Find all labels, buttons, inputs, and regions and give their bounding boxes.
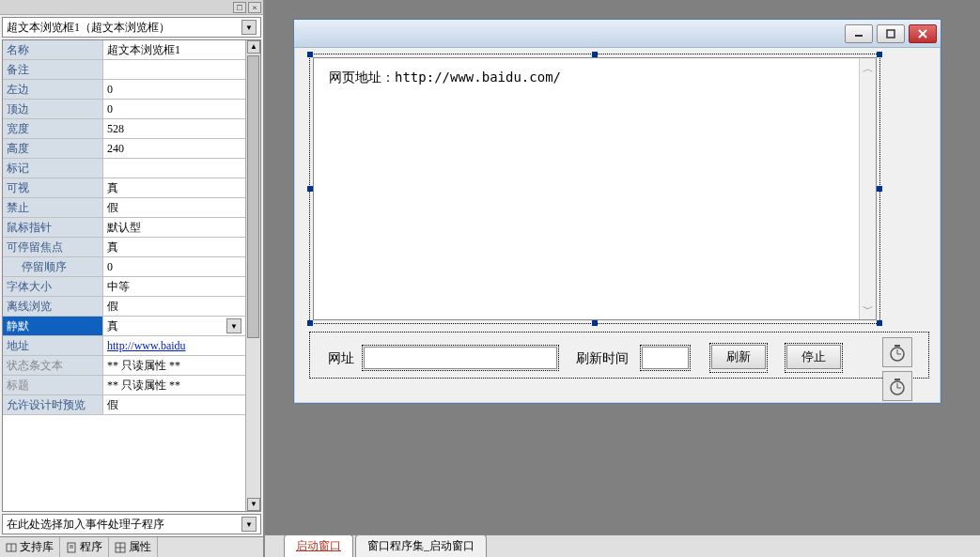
property-panel: □ × 超文本浏览框1（超文本浏览框） ▼ 名称超文本浏览框1备注左边0顶边0宽… bbox=[0, 0, 265, 557]
property-value[interactable]: http://www.baidu bbox=[103, 336, 245, 355]
tab-support-library[interactable]: 支持库 bbox=[0, 537, 60, 557]
refresh-button[interactable]: 刷新 bbox=[711, 345, 766, 369]
property-value[interactable]: 528 bbox=[103, 119, 245, 138]
svg-rect-15 bbox=[894, 345, 900, 347]
property-label: 字体大小 bbox=[3, 277, 103, 296]
property-row[interactable]: 状态条文本** 只读属性 ** bbox=[3, 356, 245, 376]
tab-property[interactable]: 属性 bbox=[109, 537, 158, 557]
property-value[interactable]: 假 bbox=[103, 198, 245, 217]
chevron-down-icon[interactable]: ▼ bbox=[241, 20, 257, 35]
property-row[interactable]: 标题** 只读属性 ** bbox=[3, 376, 245, 395]
property-row[interactable]: 鼠标指针默认型 bbox=[3, 218, 245, 238]
property-value[interactable]: 假 bbox=[103, 395, 245, 414]
property-row[interactable]: 可视真 bbox=[3, 178, 245, 198]
property-label: 允许设计时预览 bbox=[3, 395, 103, 414]
property-value[interactable]: ** 只读属性 ** bbox=[103, 356, 245, 375]
scrollbar-vertical[interactable]: ▲ ▼ bbox=[245, 40, 260, 511]
property-label: 可视 bbox=[3, 178, 103, 197]
clock-icon bbox=[888, 343, 907, 362]
property-row[interactable]: 地址http://www.baidu bbox=[3, 336, 245, 356]
panel-toolbar: □ × bbox=[0, 0, 263, 15]
property-value[interactable]: 240 bbox=[103, 139, 245, 158]
scroll-up-icon[interactable]: ︿ bbox=[862, 62, 875, 75]
property-row[interactable]: 允许设计时预览假 bbox=[3, 395, 245, 415]
property-row[interactable]: 字体大小中等 bbox=[3, 277, 245, 297]
property-row[interactable]: 停留顺序0 bbox=[3, 257, 245, 277]
close-button[interactable] bbox=[909, 24, 937, 43]
property-row[interactable]: 备注 bbox=[3, 60, 245, 80]
property-label: 宽度 bbox=[3, 119, 103, 138]
property-row[interactable]: 标记 bbox=[3, 159, 245, 178]
object-selector-combo[interactable]: 超文本浏览框1（超文本浏览框） ▼ bbox=[2, 17, 261, 38]
resize-handle[interactable] bbox=[592, 320, 598, 326]
tab-startup-window[interactable]: 启动窗口 bbox=[284, 534, 353, 557]
browser-scrollbar[interactable]: ︿ ﹀ bbox=[859, 58, 876, 319]
property-value[interactable] bbox=[103, 159, 245, 178]
property-value[interactable]: 中等 bbox=[103, 277, 245, 296]
property-value[interactable]: 0 bbox=[103, 80, 245, 99]
refresh-time-label: 刷新时间 bbox=[576, 350, 629, 367]
property-label: 停留顺序 bbox=[3, 257, 103, 276]
property-row[interactable]: 静默真▼ bbox=[3, 317, 245, 336]
scroll-down-icon[interactable]: ▼ bbox=[247, 498, 260, 511]
property-value[interactable]: 0 bbox=[103, 257, 245, 276]
chevron-down-icon[interactable]: ▼ bbox=[241, 517, 257, 532]
property-row[interactable]: 高度240 bbox=[3, 139, 245, 159]
timer-control-2[interactable] bbox=[882, 371, 912, 401]
minimize-button[interactable] bbox=[845, 24, 873, 43]
property-label: 左边 bbox=[3, 80, 103, 99]
property-row[interactable]: 禁止假 bbox=[3, 198, 245, 218]
maximize-button[interactable] bbox=[877, 24, 905, 43]
refresh-time-input[interactable] bbox=[642, 347, 689, 369]
property-value[interactable]: ** 只读属性 ** bbox=[103, 376, 245, 395]
event-handler-combo[interactable]: 在此处选择加入事件处理子程序 ▼ bbox=[2, 514, 261, 534]
property-value[interactable]: 0 bbox=[103, 100, 245, 118]
hypertext-browser-control[interactable]: 网页地址：http://www.baidu.com/ ︿ ﹀ bbox=[313, 57, 877, 320]
property-label: 状态条文本 bbox=[3, 356, 103, 375]
scroll-thumb[interactable] bbox=[247, 55, 259, 338]
design-canvas[interactable]: 网页地址：http://www.baidu.com/ ︿ ﹀ 网址 刷新时间 bbox=[265, 0, 980, 534]
scroll-down-icon[interactable]: ﹀ bbox=[862, 302, 875, 316]
form-body: 网页地址：http://www.baidu.com/ ︿ ﹀ 网址 刷新时间 bbox=[313, 57, 922, 384]
property-row[interactable]: 顶边0 bbox=[3, 100, 245, 119]
timer-control-1[interactable] bbox=[882, 337, 912, 367]
tab-program[interactable]: 程序 bbox=[60, 537, 109, 557]
resize-handle[interactable] bbox=[307, 320, 313, 326]
design-canvas-area: 网页地址：http://www.baidu.com/ ︿ ﹀ 网址 刷新时间 bbox=[265, 0, 980, 557]
minimize-icon bbox=[854, 29, 863, 39]
property-icon bbox=[115, 542, 126, 553]
property-value[interactable] bbox=[103, 60, 245, 79]
property-label: 离线浏览 bbox=[3, 297, 103, 316]
property-label: 高度 bbox=[3, 139, 103, 158]
panel-close-icon[interactable]: × bbox=[248, 2, 261, 13]
panel-dock-icon[interactable]: □ bbox=[233, 2, 246, 13]
property-row[interactable]: 宽度528 bbox=[3, 119, 245, 139]
property-row[interactable]: 名称超文本浏览框1 bbox=[3, 40, 245, 60]
browser-content-text: 网页地址：http://www.baidu.com/ bbox=[314, 58, 876, 98]
stop-button[interactable]: 停止 bbox=[786, 345, 841, 369]
property-row[interactable]: 左边0 bbox=[3, 80, 245, 100]
property-grid: 名称超文本浏览框1备注左边0顶边0宽度528高度240标记可视真禁止假鼠标指针默… bbox=[2, 39, 261, 512]
property-row[interactable]: 离线浏览假 bbox=[3, 297, 245, 317]
resize-handle[interactable] bbox=[877, 52, 882, 57]
window-titlebar[interactable] bbox=[294, 20, 941, 48]
clock-icon bbox=[888, 377, 907, 395]
url-input[interactable] bbox=[364, 347, 557, 369]
property-value[interactable]: 真 bbox=[103, 178, 245, 197]
property-value[interactable]: 真▼ bbox=[103, 317, 245, 335]
form-window: 网页地址：http://www.baidu.com/ ︿ ﹀ 网址 刷新时间 bbox=[293, 19, 941, 404]
tab-window-program-set[interactable]: 窗口程序集_启动窗口 bbox=[355, 534, 487, 557]
resize-handle[interactable] bbox=[877, 320, 882, 326]
property-label: 可停留焦点 bbox=[3, 238, 103, 256]
svg-rect-9 bbox=[887, 30, 894, 38]
chevron-down-icon[interactable]: ▼ bbox=[226, 318, 241, 333]
resize-handle[interactable] bbox=[877, 186, 882, 192]
property-value[interactable]: 超文本浏览框1 bbox=[103, 40, 245, 59]
property-value[interactable]: 默认型 bbox=[103, 218, 245, 237]
editor-tabs: 启动窗口 窗口程序集_启动窗口 bbox=[265, 534, 980, 557]
document-icon bbox=[66, 542, 77, 553]
scroll-up-icon[interactable]: ▲ bbox=[247, 40, 260, 54]
property-row[interactable]: 可停留焦点真 bbox=[3, 238, 245, 257]
property-value[interactable]: 假 bbox=[103, 297, 245, 316]
property-value[interactable]: 真 bbox=[103, 238, 245, 256]
